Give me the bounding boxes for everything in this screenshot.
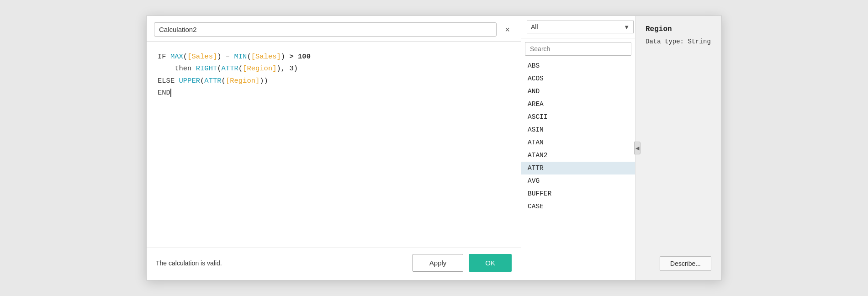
validation-status: The calculation is valid. xyxy=(156,259,222,267)
list-item[interactable]: ABS xyxy=(521,59,635,72)
list-item[interactable]: AVG xyxy=(521,174,635,187)
calc-name-input[interactable] xyxy=(154,22,497,37)
function-list-panel: All String Number Date Logical Aggregate… xyxy=(521,16,635,280)
apply-button[interactable]: Apply xyxy=(413,254,464,272)
code-editor[interactable]: IF MAX([Sales]) – MIN([Sales]) > 100 the… xyxy=(147,42,521,247)
right-panel: All String Number Date Logical Aggregate… xyxy=(521,16,721,280)
list-item[interactable]: AND xyxy=(521,85,635,98)
info-datatype: Data type: String xyxy=(646,38,711,45)
list-item[interactable]: BUFFER xyxy=(521,187,635,200)
list-item[interactable]: ACOS xyxy=(521,72,635,85)
list-item[interactable]: CASE xyxy=(521,200,635,213)
list-item[interactable]: ATAN xyxy=(521,136,635,149)
dialog-container: × IF MAX([Sales]) – MIN([Sales]) > 100 t… xyxy=(146,16,722,280)
list-item[interactable]: AREA xyxy=(521,98,635,111)
left-footer: The calculation is valid. Apply OK xyxy=(147,247,521,280)
describe-button[interactable]: Describe... xyxy=(660,256,711,271)
function-category-dropdown-container: All String Number Date Logical Aggregate… xyxy=(521,16,635,38)
list-item-selected[interactable]: ATTR xyxy=(521,162,635,174)
list-item[interactable]: ASCII xyxy=(521,111,635,123)
ok-button[interactable]: OK xyxy=(469,254,512,272)
footer-buttons: Apply OK xyxy=(413,254,512,272)
search-input[interactable] xyxy=(525,42,631,56)
info-panel: Region Data type: String Describe... xyxy=(635,16,721,280)
collapse-handle[interactable]: ◀ xyxy=(634,142,640,154)
function-category-dropdown[interactable]: All String Number Date Logical Aggregate… xyxy=(527,21,634,33)
list-item[interactable]: ATAN2 xyxy=(521,149,635,162)
function-list: ABS ACOS AND AREA ASCII ASIN ATAN ATAN2 … xyxy=(521,59,635,280)
list-item[interactable]: ASIN xyxy=(521,123,635,136)
left-panel: × IF MAX([Sales]) – MIN([Sales]) > 100 t… xyxy=(147,16,521,280)
left-header: × xyxy=(147,16,521,42)
info-title: Region xyxy=(646,25,711,33)
close-button[interactable]: × xyxy=(501,24,513,36)
